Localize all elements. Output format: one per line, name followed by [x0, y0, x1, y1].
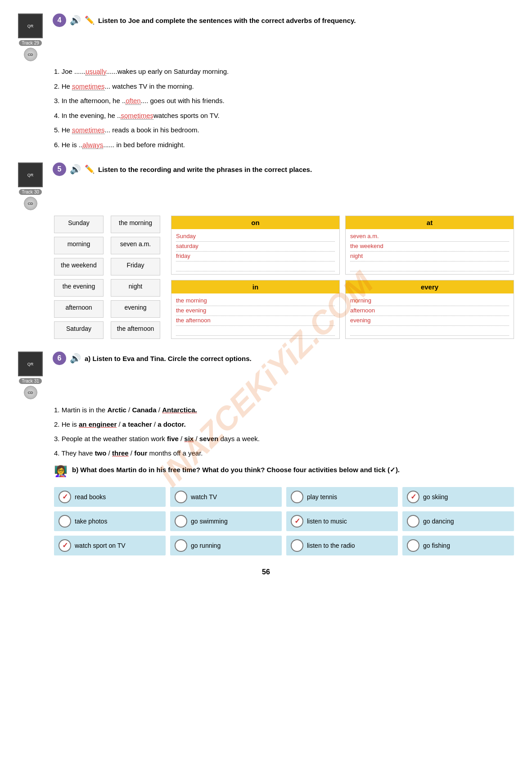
label-go-fishing: go fishing — [423, 542, 450, 549]
answer-on-4 — [176, 262, 335, 271]
table-in: in the morning the evening the afternoon — [171, 280, 340, 339]
qr-code-4: QR — [18, 14, 43, 38]
word-box-0: Sunday — [54, 216, 104, 233]
answer-every-1: morning — [350, 296, 509, 306]
qr-track-4: QR Track 29 CD — [18, 14, 43, 61]
qr-track-6: QR Track 31 CD — [18, 352, 43, 399]
activity-watch-sport[interactable]: watch sport on TV — [54, 536, 166, 555]
sentence-4: 4. In the evening, he ..sometimeswatches… — [54, 111, 514, 121]
word-box-10: Saturday — [54, 321, 104, 339]
activity-take-photos[interactable]: take photos — [54, 511, 166, 531]
table-on-body: Sunday saturday friday — [171, 229, 339, 274]
answer-at-1: seven a.m. — [350, 232, 509, 242]
activity-play-tennis[interactable]: play tennis — [286, 487, 398, 507]
label-watch-tv: watch TV — [191, 493, 217, 501]
track-badge-5: Track 30 — [19, 189, 42, 195]
answer-every-4 — [350, 326, 509, 336]
section-5: QR Track 30 CD 5 🔊 ✏️ Listen to the reco… — [18, 162, 514, 339]
activity-watch-tv[interactable]: watch TV — [170, 487, 282, 507]
label-take-photos: take photos — [75, 518, 107, 525]
sentence-3: 3. In the afternoon, he ..often.... goes… — [54, 96, 514, 106]
answer-in-2: the evening — [176, 306, 335, 316]
blank-4: sometimes — [121, 112, 153, 120]
blank-3: often — [126, 97, 140, 105]
answer-in-3: the afternoon — [176, 316, 335, 326]
item-6a-2: 2. He is an engineer / a teacher / a doc… — [54, 419, 514, 430]
activity-go-running[interactable]: go running — [170, 536, 282, 555]
cd-icon-4: CD — [24, 48, 37, 61]
circle-go-running — [175, 539, 187, 552]
audio-icon-6: 🔊 — [70, 353, 81, 364]
section-title-4: Listen to Joe and complete the sentences… — [98, 17, 356, 24]
activity-go-swimming[interactable]: go swimming — [170, 511, 282, 531]
word-box-2: morning — [54, 237, 104, 254]
section-num-4: 4 — [53, 14, 66, 27]
section-6: QR Track 31 CD 6 🔊 a) Listen to Eva and … — [18, 352, 514, 555]
s5-layout: Sunday the morning morning seven a.m. th… — [54, 216, 514, 339]
circle-listen-music — [291, 515, 303, 528]
answer-at-3: night — [350, 252, 509, 262]
circle-take-photos — [59, 515, 71, 528]
circle-listen-radio — [291, 539, 303, 552]
sentence-2: 2. He sometimes... watches TV in the mor… — [54, 81, 514, 92]
word-box-5: Friday — [111, 258, 160, 275]
label-listen-radio: listen to the radio — [307, 542, 355, 549]
item-6a-1: 1. Martin is in the Arctic / Canada / An… — [54, 405, 514, 415]
word-box-9: evening — [111, 300, 160, 318]
table-at-header: at — [346, 216, 514, 229]
section-title-5: Listen to the recording and write the ph… — [98, 166, 312, 173]
answer-every-3: evening — [350, 316, 509, 326]
circle-go-swimming — [175, 515, 187, 528]
blank-5: sometimes — [72, 126, 105, 134]
table-at-body: seven a.m. the weekend night — [346, 229, 514, 274]
section-num-6: 6 — [53, 352, 66, 365]
activity-read-books[interactable]: read books — [54, 487, 166, 507]
circle-read-books — [59, 491, 71, 503]
word-box-7: night — [111, 279, 160, 297]
qr-track-5: QR Track 30 CD — [18, 162, 43, 210]
blank-2: sometimes — [72, 82, 105, 90]
table-on: on Sunday saturday friday — [171, 216, 340, 275]
word-box-4: the weekend — [54, 258, 104, 275]
answer-on-1: Sunday — [176, 232, 335, 242]
activity-go-skiing[interactable]: go skiing — [402, 487, 514, 507]
answer-at-2: the weekend — [350, 242, 509, 252]
label-go-skiing: go skiing — [423, 493, 448, 501]
activity-listen-radio[interactable]: listen to the radio — [286, 536, 398, 555]
subsection-b-title: b) What does Martin do in his free time?… — [72, 465, 400, 475]
qr-code-6: QR — [18, 352, 43, 376]
word-columns: Sunday the morning morning seven a.m. th… — [54, 216, 160, 339]
label-play-tennis: play tennis — [307, 493, 337, 501]
table-at: at seven a.m. the weekend night — [345, 216, 514, 275]
label-read-books: read books — [75, 493, 106, 501]
label-go-running: go running — [191, 542, 221, 549]
table-every-body: morning afternoon evening — [346, 293, 514, 338]
track-badge-4: Track 29 — [19, 40, 42, 46]
activity-go-dancing[interactable]: go dancing — [402, 511, 514, 531]
blank-6: always — [82, 141, 103, 149]
table-on-header: on — [171, 216, 339, 229]
circle-go-skiing — [407, 491, 419, 503]
audio-icon-4: 🔊 — [70, 15, 81, 26]
word-box-6: the evening — [54, 279, 104, 297]
audio-icon-5: 🔊 — [70, 164, 81, 175]
circle-watch-sport — [59, 539, 71, 552]
sentence-6: 6. He is ..always...... in bed before mi… — [54, 140, 514, 150]
activity-go-fishing[interactable]: go fishing — [402, 536, 514, 555]
word-box-1: the morning — [111, 216, 160, 233]
answer-at-4 — [350, 262, 509, 271]
activity-listen-music[interactable]: listen to music — [286, 511, 398, 531]
word-box-8: afternoon — [54, 300, 104, 318]
teacher-icon: 👩‍🏫 — [54, 465, 68, 478]
circle-go-dancing — [407, 515, 419, 528]
pencil-icon-5: ✏️ — [85, 164, 95, 174]
answer-in-1: the morning — [176, 296, 335, 306]
answer-on-3: friday — [176, 252, 335, 262]
label-watch-sport: watch sport on TV — [75, 542, 126, 549]
circle-watch-tv — [175, 491, 187, 503]
sentences-list: 1. Joe ......usually......wakes up early… — [54, 67, 514, 150]
circle-play-tennis — [291, 491, 303, 503]
answer-on-2: saturday — [176, 242, 335, 252]
table-in-header: in — [171, 280, 339, 293]
circle-go-fishing — [407, 539, 419, 552]
